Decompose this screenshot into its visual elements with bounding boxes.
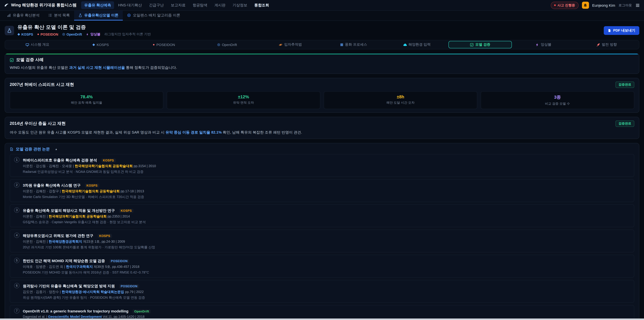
grid-icon: ▦	[340, 43, 343, 46]
paper-description: POSEIDON 기반 MOHID 모델 동아시아 해역 2016년 검증 · …	[23, 270, 149, 275]
paper-row[interactable]: 4 해양유류오염사고 위해도 평가에 관한 연구 KOSPS 이문진 · 김혜진…	[10, 229, 634, 252]
tab-oil-fence-theory[interactable]: 오일펜스 배치 알고리즘 이론	[123, 11, 184, 21]
section-tab-ocean-input[interactable]: 해양환경 입력	[385, 41, 448, 48]
paper-journal[interactable]: 한국해양환경공학회지	[49, 239, 82, 243]
section-tab-roadmap[interactable]: 발전 방향	[575, 41, 638, 48]
paper-body: 원격탐사 기반의 유출유 확산예측 및 해양오염 방제 지원 POSEIDON …	[23, 282, 145, 300]
incident-status-badge[interactable]: 사고 진행중	[550, 2, 578, 9]
paper-description: Radarsat 인공위성영상 비교 분석 · NOAA GNOME과 동일 입…	[23, 169, 156, 174]
intro-body-highlight[interactable]: 과거 실제 사고 재현 시뮬레이션을	[69, 66, 125, 70]
paper-body: OpenDrift v1.0: a generic framework for …	[23, 307, 151, 320]
paper-row[interactable]: 6 원격탐사 기반의 유출유 확산예측 및 해양오염 방제 지원 POSEIDO…	[10, 280, 634, 302]
hebei-stats-row: 78.4% 해안 표착 예측 일치율 ±12% 유막 면적 오차 ±8h 해안 …	[10, 91, 634, 109]
top-navigation-bar: Wing 해양환경 위기대응 통합시스템 유출유 확산예측 HNS·대기확산 긴…	[0, 0, 644, 11]
check-square-icon	[470, 43, 474, 47]
section-tab-label: OpenDrift	[222, 43, 237, 47]
section-tab-particle-tracking[interactable]: 입자추적법	[259, 41, 322, 48]
stat-value: 78.4%	[12, 94, 161, 99]
paper-model-badge: OpenDrift	[133, 309, 151, 313]
paper-title-line: 허베이스피리트호 유출유 확산예측 검증 분석 KOSPS	[23, 157, 156, 163]
check-square-icon	[10, 58, 14, 62]
intro-title: 모델 검증 사례	[16, 57, 44, 63]
paper-journal[interactable]: Geoscientific Model Development	[48, 315, 102, 318]
paper-citation: 이문진 · 김혜진 | 한국해양과학기술협의회 공동학술대회 pp.2353 |…	[23, 214, 146, 219]
hebei-spirit-card: 2007년 허베이 스피리트 사고 재현 검증완료 78.4% 해안 표착 예측…	[5, 78, 639, 113]
page-subtitle: 라그랑지안 입자추적 이론 기반	[104, 32, 151, 37]
paper-number: 1	[14, 157, 20, 162]
paper-title: 허베이스피리트호 유출유 확산예측 검증 분석	[23, 158, 97, 162]
horizontal-scrollbar[interactable]	[0, 318, 644, 320]
paper-authors: 이재호 · 임병준 · 김도연 외 |	[23, 265, 66, 268]
section-tab-kosps[interactable]: ◆ KOSPS	[69, 41, 132, 48]
target-icon: ◎	[62, 33, 65, 36]
bell-icon	[583, 3, 587, 7]
paper-row[interactable]: 1 허베이스피리트호 유출유 확산예측 검증 분석 KOSPS 이문진 · 강신…	[10, 154, 634, 177]
nav-item-weather[interactable]: 기상정보	[230, 1, 250, 9]
section-tab-validation[interactable]: 모델 검증	[448, 41, 512, 48]
paper-citation: 이문진 · 김혜진 · 강창구 | 한국해양과학기술협의회 공동학술대회 pp.…	[23, 189, 144, 193]
paper-journal[interactable]: 한국해양환경·에너지학회 학술대회논문집	[62, 290, 124, 293]
notifications-button[interactable]	[582, 2, 589, 9]
section-tab-opendrift[interactable]: ◎ OpenDrift	[196, 41, 259, 48]
paper-model-badge: KOSPS	[85, 183, 99, 187]
tab-analysis-list[interactable]: 분석 목록	[44, 11, 74, 21]
paper-body: 3차원 유출유 확산예측 시스템 연구 KOSPS 이문진 · 김혜진 · 강창…	[23, 182, 144, 199]
wuyishan-title-row: 2014년 우이산 충돌 사고 재현 검증완료	[10, 121, 634, 127]
pdf-export-button[interactable]: PDF 내보내기	[604, 26, 639, 35]
collapse-triangle-icon[interactable]: ▲	[55, 148, 58, 151]
nav-item-aerial-search[interactable]: 항공탐색	[190, 1, 210, 9]
page-title: 유출유 확산 모델 이론 및 검증	[18, 24, 151, 31]
paper-title-line: 한반도 인근 해역 MOHID 지역 해양순환 모델 검증 POSEIDON	[23, 257, 149, 263]
paper-row[interactable]: 3 유출유 확산예측 모델의 해양사고 적용 및 개선방안 연구 KOSPS 이…	[10, 204, 634, 227]
papers-card: 모델 검증 관련 논문 ▲ 1 허베이스피리트호 유출유 확산예측 검증 분석 …	[5, 143, 639, 320]
tab-label: 분석 목록	[54, 13, 70, 18]
section-tab-ensemble[interactable]: 앙상블	[512, 41, 575, 48]
primary-nav: 유출유 확산예측 HNS·대기확산 긴급구난 보고자료 항공탐색 게시판 기상정…	[81, 1, 272, 9]
menu-button[interactable]	[635, 3, 640, 8]
diamond-icon: ◆	[92, 43, 95, 46]
paper-description: Monte Carlo Simulation 기반 3D 확산모델 · 허베이 …	[23, 194, 144, 199]
paper-row[interactable]: 7 OpenDrift v1.0: a generic framework fo…	[10, 305, 634, 320]
section-tab-poseidon[interactable]: ● POSEIDON	[132, 41, 196, 48]
nav-item-integrated-search[interactable]: 통합조회	[251, 1, 272, 9]
paper-meta: 제39권 5호, pp.436-457 | 2018	[93, 265, 139, 268]
page-header: 유출유 확산 모델 이론 및 검증 ◆ KOSPS ● POSEIDON ◎ O…	[5, 24, 639, 37]
paper-journal[interactable]: 한국해양과학기술협의회 공동학술대회	[62, 189, 120, 193]
paper-journal[interactable]: 한국해양과학기술협의회 공동학술대회	[75, 164, 133, 168]
hebei-title: 2007년 허베이 스피리트 사고 재현	[10, 82, 74, 88]
app-brand[interactable]: Wing 해양환경 위기대응 통합시스템	[4, 2, 76, 8]
nav-item-emergency-rescue[interactable]: 긴급구난	[146, 1, 167, 9]
paper-title-line: 유출유 확산예측 모델의 해양사고 적용 및 개선방안 연구 KOSPS	[23, 207, 146, 213]
stat-card: ±8h 해안 도달 시간 오차	[324, 91, 477, 109]
paper-row[interactable]: 5 한반도 인근 해역 MOHID 지역 해양순환 모델 검증 POSEIDON…	[10, 254, 634, 277]
paper-journal[interactable]: 한국지구과학회지	[66, 265, 93, 268]
paper-row[interactable]: 2 3차원 유출유 확산예측 시스템 연구 KOSPS 이문진 · 김혜진 · …	[10, 179, 634, 202]
section-tab-weathering[interactable]: ▦ 풍화 프로세스	[322, 41, 385, 48]
paper-authors: 이문진 · 김혜진 |	[23, 239, 49, 243]
nav-item-reports[interactable]: 보고자료	[168, 1, 188, 9]
nav-item-oil-spill-prediction[interactable]: 유출유 확산예측	[81, 1, 114, 9]
paper-citation: 이문진 · 강신동 · 김혜진 · 오세웅 | 한국해양과학기술협의회 공동학술…	[23, 164, 156, 168]
paper-doc-icon	[10, 147, 14, 151]
section-tab-overview[interactable]: 시스템 개요	[6, 41, 69, 48]
flask-icon	[78, 14, 82, 17]
wuyishan-body-highlight[interactable]: 유막 중심 이동 경로 일치율 82.1%	[166, 130, 222, 134]
secondary-tab-bar: 유출유 확산분석 분석 목록 유출유확산모델 이론 오일펜스 배치 알고리즘 이…	[0, 11, 644, 21]
paper-meta: 제23권 1호, pp.24-30 | 2009	[82, 239, 125, 243]
section-tab-label: 모델 검증	[475, 42, 490, 47]
paper-body: 허베이스피리트호 유출유 확산예측 검증 분석 KOSPS 이문진 · 강신동 …	[23, 157, 156, 174]
status-dot-icon	[554, 4, 556, 6]
section-tabs: 시스템 개요 ◆ KOSPS ● POSEIDON ◎ OpenDrift 입자…	[5, 40, 639, 49]
nav-item-hns-dispersion[interactable]: HNS·대기확산	[115, 1, 145, 9]
wuyishan-body-post: 확인, 남해 특유의 복잡한 조류 패턴 반영이 관건.	[222, 130, 302, 134]
paper-number: 5	[14, 258, 20, 263]
paper-journal[interactable]: 한국해양과학기술협의회 공동학술대회	[49, 214, 107, 218]
tab-model-theory[interactable]: 유출유확산모델 이론	[74, 11, 123, 21]
tab-label: 오일펜스 배치 알고리즘 이론	[133, 13, 180, 18]
circle-icon: ●	[37, 33, 39, 36]
paper-title-line: 원격탐사 기반의 유출유 확산예측 및 해양오염 방제 지원 POSEIDON	[23, 282, 145, 288]
papers-header[interactable]: 모델 검증 관련 논문 ▲	[10, 147, 634, 152]
logout-link[interactable]: 로그아웃	[618, 3, 632, 8]
nav-item-board[interactable]: 게시판	[211, 1, 228, 9]
tab-spill-analysis[interactable]: 유출유 확산분석	[3, 11, 44, 21]
